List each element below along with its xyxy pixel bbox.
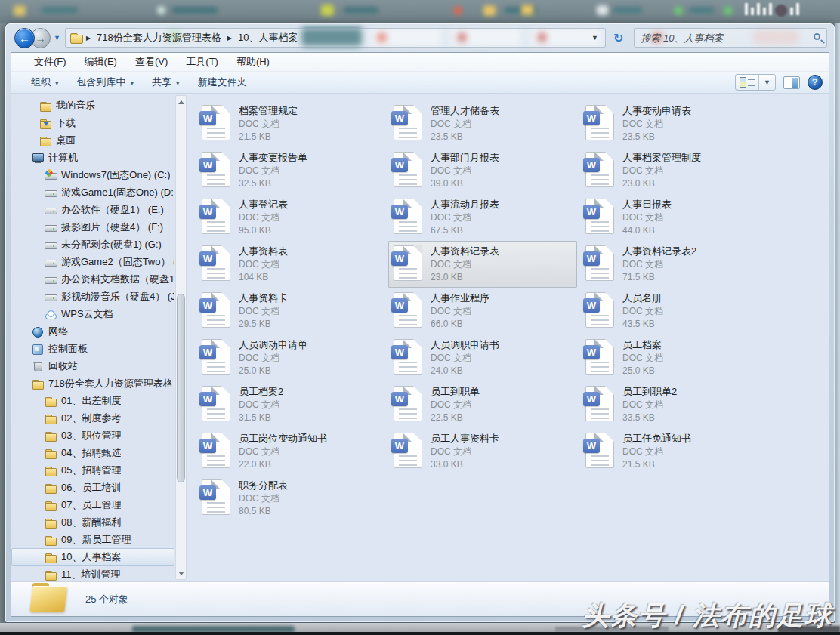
breadcrumb-root[interactable]: 718份全套人力资源管理表格: [92, 29, 226, 46]
tree-item[interactable]: 04、招聘甄选: [11, 444, 174, 461]
file-tile[interactable]: W 员工档案 DOC 文档 25.0 KB: [580, 334, 769, 381]
word-badge-icon: W: [199, 111, 216, 125]
search-box[interactable]: [634, 28, 827, 48]
sidebar-scrollbar[interactable]: [175, 95, 187, 580]
tree-item[interactable]: 06、员工培训: [11, 479, 174, 496]
tree-item-icon: [45, 256, 57, 268]
file-tile[interactable]: W 管理人才储备表 DOC 文档 23.5 KB: [388, 100, 577, 147]
search-input[interactable]: [641, 32, 805, 44]
file-tile[interactable]: W 人事资料表 DOC 文档 104 KB: [196, 241, 385, 288]
tree-item[interactable]: 01、出差制度: [11, 392, 174, 409]
tree-item[interactable]: 摄影图片（硬盘4） (F:): [11, 218, 174, 236]
file-tile[interactable]: W 员工到职单 DOC 文档 22.5 KB: [388, 381, 577, 428]
page-fold-icon: [605, 105, 614, 114]
tree-item[interactable]: 网络: [11, 322, 174, 340]
word-badge-icon: W: [391, 205, 408, 219]
file-name: 人事流动月报表: [431, 198, 499, 211]
breadcrumb-current[interactable]: 10、人事档案: [233, 29, 302, 46]
file-tile[interactable]: W 员工人事资料卡 DOC 文档 33.0 KB: [388, 428, 577, 475]
tree-item[interactable]: 718份全套人力资源管理表格: [11, 375, 174, 392]
menu-item[interactable]: 文件(F): [26, 53, 74, 71]
doc-file-icon: W: [585, 292, 614, 328]
tree-item[interactable]: 未分配剩余(硬盘1) (G:): [11, 236, 174, 253]
file-tile[interactable]: W 员工任免通知书 DOC 文档 21.5 KB: [580, 428, 769, 475]
file-tile[interactable]: W 人事档案管理制度 DOC 文档 23.0 KB: [580, 147, 769, 194]
preview-pane-button[interactable]: [783, 76, 800, 89]
tree-item[interactable]: 办公软件（硬盘1） (E:): [11, 201, 174, 218]
file-tile[interactable]: W 人事部门月报表 DOC 文档 39.0 KB: [388, 147, 577, 194]
change-view-button[interactable]: ▼: [735, 74, 776, 91]
file-tile[interactable]: W 员工到职单2 DOC 文档 33.5 KB: [580, 381, 769, 428]
doc-file-icon: W: [202, 245, 230, 281]
desktop-screen: ← → ▼ ▶ 718份全套人力资源管理表格 ▶ 10、人事档案 ▼ ↻: [0, 0, 840, 635]
scroll-down-button[interactable]: [177, 568, 185, 579]
word-badge-icon: W: [391, 345, 408, 359]
word-badge-icon: W: [391, 392, 408, 406]
tree-item[interactable]: 我的音乐: [11, 97, 174, 114]
back-button[interactable]: ←: [14, 28, 35, 48]
file-type: DOC 文档: [622, 258, 696, 271]
tree-item[interactable]: 05、招聘管理: [11, 461, 174, 479]
file-tile[interactable]: W 人事登记表 DOC 文档 95.0 KB: [196, 194, 385, 241]
scroll-up-button[interactable]: [177, 96, 185, 107]
file-tile[interactable]: W 员工岗位变动通知书 DOC 文档 22.0 KB: [196, 428, 385, 475]
refresh-icon[interactable]: ↻: [613, 31, 623, 45]
tree-item[interactable]: 09、新员工管理: [11, 531, 174, 548]
file-type: DOC 文档: [431, 258, 499, 271]
file-tile[interactable]: W 人事作业程序 DOC 文档 66.0 KB: [388, 288, 577, 334]
toolbar-button[interactable]: 共享: [143, 72, 189, 92]
word-badge-icon: W: [583, 392, 600, 406]
file-name: 人事变更报告单: [239, 151, 307, 165]
address-bar[interactable]: ▶ 718份全套人力资源管理表格 ▶ 10、人事档案 ▼: [65, 28, 606, 48]
file-tile[interactable]: W 人事变动申请表 DOC 文档 23.5 KB: [580, 100, 769, 147]
tree-item[interactable]: 07、员工管理: [11, 496, 174, 513]
tree-item[interactable]: 游戏Game1(固态One) (D:): [11, 183, 174, 201]
file-tile[interactable]: W 员工档案2 DOC 文档 31.5 KB: [196, 381, 385, 428]
doc-lines-icon: [399, 268, 417, 279]
recent-pages-chevron-icon[interactable]: ▼: [54, 34, 60, 42]
word-badge-icon: W: [199, 485, 216, 500]
tree-item[interactable]: 回收站: [11, 357, 174, 375]
file-tile[interactable]: W 人事流动月报表 DOC 文档 67.5 KB: [388, 194, 577, 241]
tree-item[interactable]: 办公资料文档数据（硬盘1）: [11, 270, 174, 288]
tree-item[interactable]: 影视动漫音乐（硬盘4） (J:): [11, 288, 174, 305]
scrollbar-thumb[interactable]: [177, 294, 185, 482]
file-tile[interactable]: W 人员调动申请单 DOC 文档 25.0 KB: [196, 334, 385, 381]
menu-item[interactable]: 编辑(E): [77, 53, 125, 71]
toolbar-button[interactable]: 包含到库中: [68, 72, 144, 92]
address-dropdown-icon[interactable]: ▼: [588, 34, 602, 42]
background-equalizer-bars: [745, 3, 799, 17]
tree-item[interactable]: 下载: [11, 114, 174, 131]
file-tile[interactable]: W 人事资料记录表2 DOC 文档 71.5 KB: [580, 241, 769, 288]
tree-item[interactable]: 桌面: [11, 131, 174, 149]
file-tile[interactable]: W 人员调职申请书 DOC 文档 24.0 KB: [388, 334, 577, 381]
tree-item[interactable]: 计算机: [11, 149, 174, 166]
tree-item[interactable]: 08、薪酬福利: [11, 513, 174, 531]
tree-item[interactable]: 03、职位管理: [11, 427, 174, 444]
file-tile[interactable]: W 职务分配表 DOC 文档 80.5 KB: [196, 475, 385, 522]
doc-lines-icon: [207, 315, 225, 325]
tree-item[interactable]: 10、人事档案: [11, 548, 174, 566]
help-button[interactable]: ?: [808, 75, 823, 90]
tree-item[interactable]: Windows7(固态One) (C:): [11, 166, 174, 183]
file-tile[interactable]: W 人事资料卡 DOC 文档 29.5 KB: [196, 288, 385, 334]
views-dropdown-icon[interactable]: ▼: [759, 79, 775, 86]
toolbar-button[interactable]: 组织: [22, 72, 68, 92]
menu-item[interactable]: 查看(V): [128, 53, 175, 71]
doc-file-icon: W: [394, 386, 422, 421]
file-name: 管理人才储备表: [431, 104, 499, 118]
tree-item[interactable]: 02、制度参考: [11, 409, 174, 427]
file-tile[interactable]: W 人事资料记录表 DOC 文档 23.0 KB: [388, 241, 577, 288]
file-tile[interactable]: W 档案管理规定 DOC 文档 21.5 KB: [196, 100, 385, 147]
file-tile[interactable]: W 人事变更报告单 DOC 文档 32.5 KB: [196, 147, 385, 194]
tree-item[interactable]: 控制面板: [11, 340, 174, 357]
file-tile[interactable]: W 人员名册 DOC 文档 43.5 KB: [580, 288, 769, 334]
menu-item[interactable]: 工具(T): [178, 53, 226, 71]
tree-item[interactable]: 11、培训管理: [11, 566, 174, 581]
menu-item[interactable]: 帮助(H): [229, 53, 277, 71]
toolbar-button[interactable]: 新建文件夹: [189, 72, 256, 92]
tree-item-label: 网络: [48, 325, 68, 338]
tree-item[interactable]: WPS云文档: [11, 305, 174, 322]
file-tile[interactable]: W 人事日报表 DOC 文档 44.0 KB: [580, 194, 769, 241]
tree-item[interactable]: 游戏Game2（固态Two） (H: [11, 253, 174, 270]
